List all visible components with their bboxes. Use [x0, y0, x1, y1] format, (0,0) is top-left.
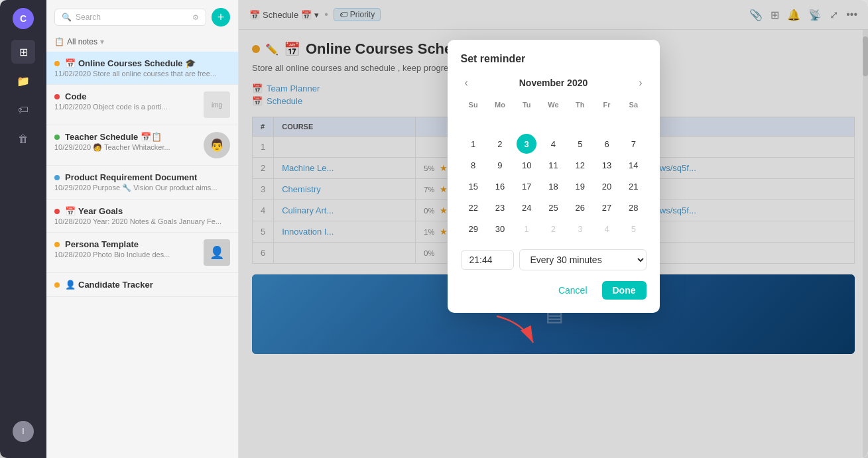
- priority-dot: [54, 135, 60, 140]
- calendar-day[interactable]: 23: [490, 198, 510, 217]
- calendar-day[interactable]: 8: [464, 155, 483, 175]
- note-avatar: 👨: [204, 132, 230, 158]
- time-repeat-row: Every 30 minutes Every hour Every day Ev…: [461, 249, 647, 270]
- note-item[interactable]: Code 11/02/2020 Object code is a porti..…: [46, 85, 238, 125]
- calendar-day[interactable]: [517, 113, 536, 133]
- prev-month-button[interactable]: ‹: [461, 76, 472, 90]
- priority-dot: [54, 282, 60, 288]
- note-item-title: Product Requirement Document: [54, 172, 230, 182]
- calendar-day[interactable]: 28: [623, 198, 643, 217]
- calendar-day[interactable]: 13: [597, 155, 617, 175]
- search-placeholder: Search: [76, 13, 101, 22]
- done-button[interactable]: Done: [602, 281, 647, 300]
- main-content: 📅 Schedule 📅 ▾ • 🏷 Priority 📎 ⊞ 🔔 📡 ⤢ ••…: [239, 0, 868, 458]
- priority-dot: [54, 94, 60, 99]
- calendar-day[interactable]: 15: [464, 176, 483, 196]
- calendar-day[interactable]: 2: [490, 134, 510, 154]
- note-item-title: 📅 Year Goals: [54, 206, 230, 216]
- note-item-title: 📅 Online Courses Schedule 🎓: [54, 58, 230, 68]
- calendar-day[interactable]: 9: [490, 155, 510, 175]
- calendar-day[interactable]: [623, 113, 643, 133]
- calendar-day[interactable]: 26: [570, 198, 590, 217]
- day-header: Th: [568, 98, 593, 111]
- calendar-day[interactable]: [597, 113, 617, 133]
- add-note-button[interactable]: +: [212, 8, 230, 27]
- priority-dot: [54, 242, 60, 247]
- calendar-month: November 2020: [519, 78, 588, 88]
- calendar-day[interactable]: [570, 113, 590, 133]
- calendar-day[interactable]: 10: [517, 155, 536, 175]
- notes-icon: 📋: [54, 37, 64, 46]
- calendar-day[interactable]: 2: [543, 219, 563, 239]
- search-settings-icon: ⚙: [192, 13, 199, 22]
- calendar-day[interactable]: 21: [623, 176, 643, 196]
- calendar-day[interactable]: [543, 113, 563, 133]
- reminder-modal: Set reminder ‹ November 2020 › Su Mo Tu …: [448, 40, 660, 313]
- user-avatar[interactable]: C: [13, 8, 34, 29]
- sidebar-icon-tag[interactable]: 🏷: [11, 98, 35, 122]
- next-month-button[interactable]: ›: [635, 76, 646, 90]
- priority-dot: [54, 209, 60, 214]
- notes-list: 📅 Online Courses Schedule 🎓 11/02/2020 S…: [46, 52, 238, 458]
- calendar-day-today[interactable]: 3: [517, 134, 536, 154]
- calendar-day[interactable]: 1: [464, 134, 483, 154]
- notes-filter[interactable]: 📋 All notes ▾: [46, 34, 238, 52]
- modal-title: Set reminder: [461, 53, 647, 65]
- filter-chevron: ▾: [100, 37, 104, 46]
- repeat-select[interactable]: Every 30 minutes Every hour Every day Ev…: [519, 249, 647, 270]
- day-header: Sa: [621, 98, 646, 111]
- sidebar-icon-trash[interactable]: 🗑: [11, 127, 35, 151]
- calendar-day[interactable]: 3: [570, 219, 590, 239]
- cancel-button[interactable]: Cancel: [550, 281, 595, 300]
- calendar-day[interactable]: 27: [597, 198, 617, 217]
- note-item[interactable]: 📅 Online Courses Schedule 🎓 11/02/2020 S…: [46, 52, 238, 85]
- note-item[interactable]: Product Requirement Document 10/29/2020 …: [46, 166, 238, 200]
- calendar-day[interactable]: 11: [543, 155, 563, 175]
- notes-header: 🔍 Search ⚙ +: [46, 0, 238, 34]
- sidebar: C ⊞ 📁 🏷 🗑 I: [0, 0, 46, 458]
- search-box[interactable]: 🔍 Search ⚙: [54, 9, 206, 26]
- calendar-day[interactable]: 12: [570, 155, 590, 175]
- calendar-day[interactable]: [464, 113, 483, 133]
- note-item-date: 10/29/2020 Purpose 🔧 Vision Our product …: [54, 184, 230, 192]
- bottom-avatar[interactable]: I: [13, 421, 34, 442]
- modal-buttons: Cancel Done: [461, 281, 647, 300]
- note-item-date: 10/28/2020 Year: 2020 Notes & Goals Janu…: [54, 217, 230, 225]
- calendar-grid: Su Mo Tu We Th Fr Sa: [461, 98, 647, 239]
- calendar-day[interactable]: 17: [517, 176, 536, 196]
- calendar-day[interactable]: 4: [597, 219, 617, 239]
- priority-dot: [54, 61, 60, 66]
- sidebar-icon-folder[interactable]: 📁: [11, 69, 35, 93]
- priority-dot: [54, 175, 60, 180]
- calendar-day[interactable]: 7: [623, 134, 643, 154]
- day-header: Mo: [487, 98, 513, 111]
- calendar-day[interactable]: 18: [543, 176, 563, 196]
- calendar-day[interactable]: 1: [517, 219, 536, 239]
- calendar-day[interactable]: 19: [570, 176, 590, 196]
- note-item-date: 11/02/2020 Object code is a porti...: [54, 103, 204, 111]
- note-item[interactable]: 📅 Year Goals 10/28/2020 Year: 2020 Notes…: [46, 200, 238, 233]
- calendar-day[interactable]: 16: [490, 176, 510, 196]
- calendar-day[interactable]: [490, 113, 510, 133]
- note-item[interactable]: Persona Template 10/28/2020 Photo Bio In…: [46, 233, 238, 273]
- calendar-day[interactable]: 14: [623, 155, 643, 175]
- modal-overlay: Set reminder ‹ November 2020 › Su Mo Tu …: [239, 0, 868, 458]
- calendar-day[interactable]: 4: [543, 134, 563, 154]
- note-item[interactable]: Teacher Schedule 📅📋 10/29/2020 🧑 Teacher…: [46, 125, 238, 166]
- app-window: C ⊞ 📁 🏷 🗑 I 🔍 Search ⚙ + 📋 All notes ▾: [0, 0, 868, 458]
- note-item-date: 10/29/2020 🧑 Teacher Whitacker...: [54, 143, 204, 152]
- sidebar-icon-grid[interactable]: ⊞: [11, 40, 35, 64]
- calendar-day[interactable]: 22: [464, 198, 483, 217]
- calendar-day[interactable]: 6: [597, 134, 617, 154]
- calendar-day[interactable]: 29: [464, 219, 483, 239]
- calendar-day[interactable]: 5: [570, 134, 590, 154]
- note-icon: 📅: [65, 206, 76, 216]
- calendar-day[interactable]: 5: [623, 219, 643, 239]
- note-item[interactable]: 👤 Candidate Tracker: [46, 273, 238, 297]
- calendar-day[interactable]: 30: [490, 219, 510, 239]
- calendar-day[interactable]: 24: [517, 198, 536, 217]
- calendar-day[interactable]: 25: [543, 198, 563, 217]
- time-input[interactable]: [461, 250, 514, 270]
- note-icon: 👤: [65, 280, 76, 290]
- calendar-day[interactable]: 20: [597, 176, 617, 196]
